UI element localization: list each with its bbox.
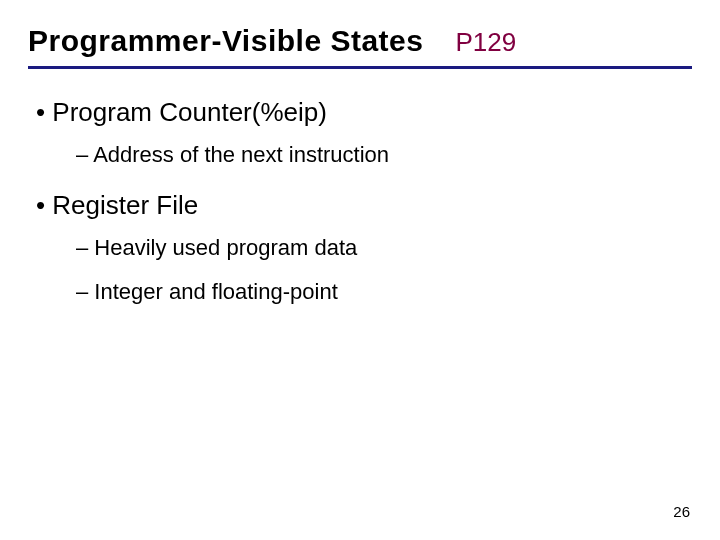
bullet-item: Program Counter(%eip) Address of the nex… [36,97,692,168]
slide-number: 26 [673,503,690,520]
bullet-label: Register File [52,190,198,220]
title-row: Programmer-Visible States P129 [28,24,692,58]
sub-list: Address of the next instruction [76,142,692,168]
slide: Programmer-Visible States P129 Program C… [0,0,720,305]
sub-item: Integer and floating-point [76,279,692,305]
bullet-item: Register File Heavily used program data … [36,190,692,305]
slide-title: Programmer-Visible States [28,24,423,58]
bullet-label: Program Counter(%eip) [52,97,327,127]
sub-list: Heavily used program data Integer and fl… [76,235,692,305]
page-reference: P129 [455,27,516,58]
title-underline [28,66,692,69]
sub-item: Address of the next instruction [76,142,692,168]
sub-item: Heavily used program data [76,235,692,261]
bullet-list: Program Counter(%eip) Address of the nex… [28,97,692,305]
